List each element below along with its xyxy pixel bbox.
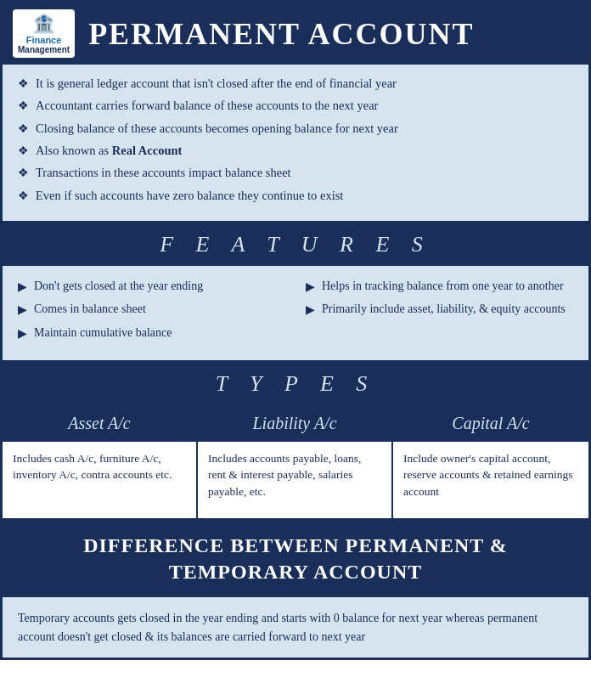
page-wrapper: 🏦 Finance Management PERMANENT ACCOUNT ❖…	[0, 0, 591, 660]
capital-card: Capital A/c Include owner's capital acco…	[393, 405, 588, 518]
point-text: Closing balance of these accounts become…	[36, 120, 398, 138]
list-item: ❖ It is general ledger account that isn'…	[18, 75, 573, 93]
liability-card-header: Liability A/c	[198, 405, 391, 442]
diamond-icon: ❖	[18, 143, 29, 160]
list-item: ❖ Transactions in these accounts impact …	[18, 164, 573, 182]
features-grid: ▶ Don't gets closed at the year ending ▶…	[18, 278, 573, 348]
features-section: ▶ Don't gets closed at the year ending ▶…	[3, 266, 588, 363]
list-item: ❖ Accountant carries forward balance of …	[18, 97, 573, 115]
capital-card-body: Include owner's capital account, reserve…	[393, 442, 588, 518]
capital-card-header: Capital A/c	[393, 405, 588, 442]
feature-item: ▶ Don't gets closed at the year ending	[18, 278, 285, 296]
diamond-icon: ❖	[18, 76, 29, 93]
point-text: Even if such accounts have zero balance …	[36, 187, 343, 205]
features-left-col: ▶ Don't gets closed at the year ending ▶…	[18, 278, 285, 348]
feature-item: ▶ Helps in tracking balance from one yea…	[306, 278, 573, 296]
liability-card: Liability A/c Includes accounts payable,…	[198, 405, 393, 518]
difference-header: DIFFERENCE BETWEEN PERMANENT & TEMPORARY…	[3, 521, 588, 597]
asset-card-header: Asset A/c	[3, 405, 196, 442]
feature-item: ▶ Primarily include asset, liability, & …	[306, 301, 573, 319]
list-item: ❖ Closing balance of these accounts beco…	[18, 120, 573, 138]
list-item: ❖ Even if such accounts have zero balanc…	[18, 187, 573, 205]
point-text: Transactions in these accounts impact ba…	[36, 164, 291, 182]
features-right-list: ▶ Helps in tracking balance from one yea…	[306, 278, 573, 319]
point-text: Also known as Real Account	[36, 142, 182, 160]
points-section: ❖ It is general ledger account that isn'…	[3, 65, 588, 223]
real-account-bold: Real Account	[112, 144, 183, 157]
logo-icon: 🏦	[32, 13, 55, 35]
points-list: ❖ It is general ledger account that isn'…	[18, 75, 573, 205]
asset-card: Asset A/c Includes cash A/c, furniture A…	[3, 405, 198, 518]
feature-text: Comes in balance sheet	[34, 301, 146, 318]
feature-text: Don't gets closed at the year ending	[34, 278, 203, 295]
diamond-icon: ❖	[18, 188, 29, 205]
diamond-icon: ❖	[18, 121, 29, 138]
features-title: F E A T U R E S	[160, 232, 431, 257]
feature-text: Maintain cumulative balance	[34, 325, 172, 342]
list-item-real-account: ❖ Also known as Real Account	[18, 142, 573, 160]
feature-item: ▶ Comes in balance sheet	[18, 301, 285, 319]
feature-text: Helps in tracking balance from one year …	[322, 278, 564, 295]
page-title: PERMANENT ACCOUNT	[88, 16, 474, 52]
capital-card-title: Capital A/c	[452, 414, 529, 432]
diamond-icon: ❖	[18, 98, 29, 115]
arrow-icon: ▶	[306, 279, 315, 296]
logo-text-bottom: Management	[18, 45, 70, 54]
arrow-icon: ▶	[18, 325, 27, 342]
types-header: T Y P E S	[3, 363, 588, 405]
types-title: T Y P E S	[216, 371, 376, 396]
liability-card-body: Includes accounts payable, loans, rent &…	[198, 442, 391, 518]
difference-body: Temporary accounts gets closed in the ye…	[3, 597, 588, 658]
difference-text: Temporary accounts gets closed in the ye…	[18, 609, 573, 646]
features-right-col: ▶ Helps in tracking balance from one yea…	[306, 278, 573, 348]
arrow-icon: ▶	[18, 279, 27, 296]
difference-title: DIFFERENCE BETWEEN PERMANENT & TEMPORARY…	[23, 533, 568, 585]
liability-card-title: Liability A/c	[252, 414, 336, 432]
arrow-icon: ▶	[18, 302, 27, 319]
asset-card-body: Includes cash A/c, furniture A/c, invent…	[3, 442, 196, 518]
types-section: Asset A/c Includes cash A/c, furniture A…	[3, 405, 588, 521]
asset-card-title: Asset A/c	[68, 414, 131, 432]
features-header: F E A T U R E S	[3, 223, 588, 266]
diamond-icon: ❖	[18, 165, 29, 182]
logo-text-top: Finance	[26, 35, 62, 45]
logo-box: 🏦 Finance Management	[13, 9, 75, 58]
feature-item: ▶ Maintain cumulative balance	[18, 325, 285, 342]
feature-text: Primarily include asset, liability, & eq…	[322, 301, 566, 318]
header: 🏦 Finance Management PERMANENT ACCOUNT	[3, 3, 588, 65]
features-left-list: ▶ Don't gets closed at the year ending ▶…	[18, 278, 285, 342]
arrow-icon: ▶	[306, 302, 315, 319]
point-text: Accountant carries forward balance of th…	[36, 97, 378, 115]
types-cards-grid: Asset A/c Includes cash A/c, furniture A…	[3, 405, 588, 518]
point-text: It is general ledger account that isn't …	[36, 75, 397, 93]
